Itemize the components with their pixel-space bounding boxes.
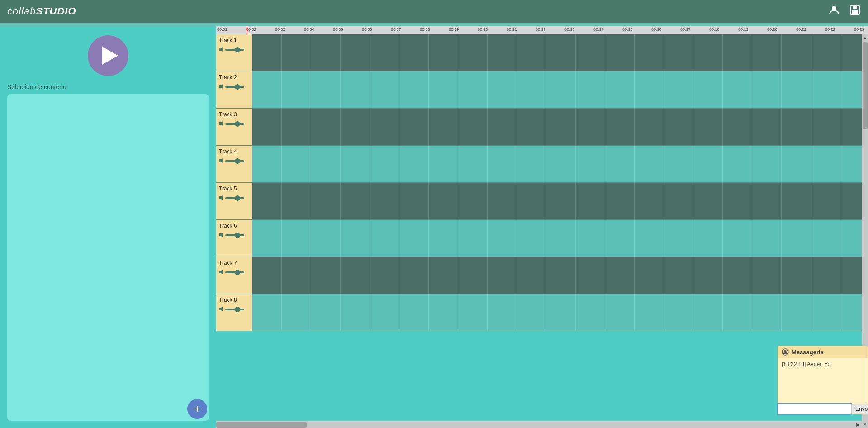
track-grid-8 — [252, 294, 862, 331]
svg-rect-2 — [853, 5, 857, 9]
messagerie-header: Messagerie — [778, 346, 868, 358]
time-mark: 00:23 — [854, 27, 864, 32]
scroll-thumb[interactable] — [216, 422, 307, 428]
track-mute-7[interactable] — [219, 270, 223, 275]
track-content-3[interactable] — [252, 109, 862, 145]
svg-marker-11 — [219, 307, 223, 311]
track-controls-2 — [219, 84, 244, 90]
track-label-7: Track 7 — [216, 257, 252, 294]
time-mark: 00:15 — [622, 27, 633, 32]
time-mark: 00:08 — [420, 27, 430, 32]
track-row: Track 8 — [216, 294, 862, 331]
accent-bar — [0, 23, 868, 26]
svg-marker-5 — [219, 84, 223, 89]
track-volume-slider-8[interactable] — [225, 309, 244, 310]
track-name-7: Track 7 — [219, 260, 237, 266]
track-slider-container-7 — [225, 271, 244, 273]
svg-marker-8 — [219, 195, 223, 200]
track-volume-slider-4[interactable] — [225, 160, 244, 162]
track-volume-slider-7[interactable] — [225, 271, 244, 273]
track-controls-6 — [219, 233, 244, 238]
tracks-scroll[interactable]: Track 1Track 2Track 3Track 4Track 5Track… — [216, 34, 862, 421]
track-slider-container-3 — [225, 123, 244, 125]
time-mark: 00:13 — [564, 27, 575, 32]
time-mark: 00:04 — [304, 27, 314, 32]
track-slider-container-8 — [225, 309, 244, 310]
track-row: Track 3 — [216, 109, 862, 146]
time-mark: 00:07 — [391, 27, 401, 32]
time-mark: 00:11 — [507, 27, 517, 32]
track-mute-3[interactable] — [219, 121, 223, 127]
track-slider-container-2 — [225, 86, 244, 88]
track-grid-4 — [252, 146, 862, 182]
horizontal-scrollbar[interactable]: ◀ ▶ — [216, 421, 862, 428]
track-mute-1[interactable] — [219, 47, 223, 52]
track-grid-6 — [252, 220, 862, 257]
track-slider-container-6 — [225, 234, 244, 236]
messagerie-panel: Messagerie [18:22:18] Aeder: Yo! Envoyer — [778, 346, 868, 414]
track-content-6[interactable] — [252, 220, 862, 257]
main-area: Sélection de contenu + 00:0100:0200:0300… — [0, 26, 868, 428]
playhead — [247, 26, 247, 34]
scroll-up-arrow[interactable]: ▲ — [862, 34, 868, 41]
track-label-1: Track 1 — [216, 34, 252, 71]
timeline-tracks-area: Track 1Track 2Track 3Track 4Track 5Track… — [216, 34, 862, 428]
track-volume-slider-2[interactable] — [225, 86, 244, 88]
svg-point-0 — [832, 6, 836, 10]
track-content-5[interactable] — [252, 183, 862, 219]
track-mute-2[interactable] — [219, 84, 223, 90]
svg-marker-7 — [219, 158, 223, 163]
track-grid-2 — [252, 71, 862, 108]
track-controls-3 — [219, 121, 244, 127]
messagerie-send-button[interactable]: Envoyer — [851, 404, 868, 414]
track-grid-3 — [252, 109, 862, 145]
track-name-1: Track 1 — [219, 37, 237, 43]
messagerie-input[interactable] — [778, 404, 851, 414]
track-content-2[interactable] — [252, 71, 862, 108]
track-content-7[interactable] — [252, 257, 862, 294]
add-content-button[interactable]: + — [187, 399, 207, 419]
left-panel: Sélection de contenu + — [0, 26, 216, 428]
time-ruler-inner: 00:0100:0200:0300:0400:0500:0600:0700:08… — [216, 26, 868, 34]
header-icons — [828, 4, 861, 19]
scroll-right-arrow[interactable]: ▶ — [854, 422, 862, 427]
messagerie-icon — [782, 348, 789, 356]
track-volume-slider-6[interactable] — [225, 234, 244, 236]
track-name-6: Track 6 — [219, 223, 237, 229]
user-icon[interactable] — [828, 4, 840, 19]
track-volume-slider-3[interactable] — [225, 123, 244, 125]
track-mute-5[interactable] — [219, 195, 223, 201]
time-mark: 00:02 — [246, 27, 256, 32]
time-mark: 00:01 — [217, 27, 228, 32]
track-grid-1 — [252, 34, 862, 71]
track-mute-4[interactable] — [219, 158, 223, 164]
time-mark: 00:06 — [362, 27, 372, 32]
time-mark: 00:10 — [478, 27, 488, 32]
time-ruler: 00:0100:0200:0300:0400:0500:0600:0700:08… — [216, 26, 868, 34]
messagerie-input-row: Envoyer — [778, 404, 868, 414]
track-label-6: Track 6 — [216, 220, 252, 257]
track-content-4[interactable] — [252, 146, 862, 182]
timeline-inner: Track 1Track 2Track 3Track 4Track 5Track… — [216, 34, 868, 428]
save-icon[interactable] — [849, 4, 861, 19]
track-mute-8[interactable] — [219, 307, 223, 312]
track-label-3: Track 3 — [216, 109, 252, 145]
track-mute-6[interactable] — [219, 233, 223, 238]
scroll-down-arrow[interactable]: ▼ — [862, 421, 868, 428]
track-volume-slider-5[interactable] — [225, 197, 244, 199]
track-name-5: Track 5 — [219, 185, 237, 192]
track-content-1[interactable] — [252, 34, 862, 71]
track-content-8[interactable] — [252, 294, 862, 331]
track-slider-container-5 — [225, 197, 244, 199]
track-volume-slider-1[interactable] — [225, 49, 244, 51]
track-slider-container-1 — [225, 49, 244, 51]
track-row: Track 7 — [216, 257, 862, 294]
logo-studio: STUDIO — [36, 5, 76, 17]
time-mark: 00:20 — [767, 27, 778, 32]
vscroll-thumb[interactable] — [863, 42, 868, 129]
play-button[interactable] — [88, 35, 128, 76]
svg-rect-3 — [852, 10, 858, 14]
play-icon — [102, 47, 118, 65]
time-mark: 00:21 — [796, 27, 806, 32]
track-slider-container-4 — [225, 160, 244, 162]
